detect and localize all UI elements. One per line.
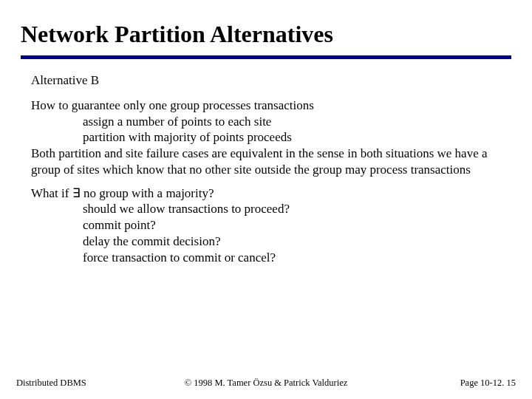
para2-bullet-2: commit point? xyxy=(31,217,511,233)
para2-bullet-4: force transaction to commit or cancel? xyxy=(31,250,511,266)
slide-body: Alternative B How to guarantee only one … xyxy=(21,72,511,265)
para1-lead: How to guarantee only one group processe… xyxy=(31,98,511,114)
para1-bullet-1: assign a number of points to each site xyxy=(31,114,511,130)
footer-center: © 1998 M. Tamer Özsu & Patrick Valduriez xyxy=(0,378,532,389)
para1-bullet-2: partition with majority of points procee… xyxy=(31,129,511,146)
slide: Network Partition Alternatives Alternati… xyxy=(0,0,532,399)
footer: Distributed DBMS © 1998 M. Tamer Özsu & … xyxy=(0,378,532,389)
slide-title: Network Partition Alternatives xyxy=(21,21,511,52)
para1-tail: Both partition and site failure cases ar… xyxy=(31,146,511,178)
para2-lead: What if ∃ no group with a majority? xyxy=(31,185,511,202)
para2-bullet-3: delay the commit decision? xyxy=(31,233,511,250)
paragraph-2: What if ∃ no group with a majority? shou… xyxy=(31,185,511,266)
title-rule xyxy=(21,55,511,59)
para2-bullet-1: should we allow transactions to proceed? xyxy=(31,201,511,217)
paragraph-1: How to guarantee only one group processe… xyxy=(31,98,511,178)
section-subhead: Alternative B xyxy=(31,72,511,89)
